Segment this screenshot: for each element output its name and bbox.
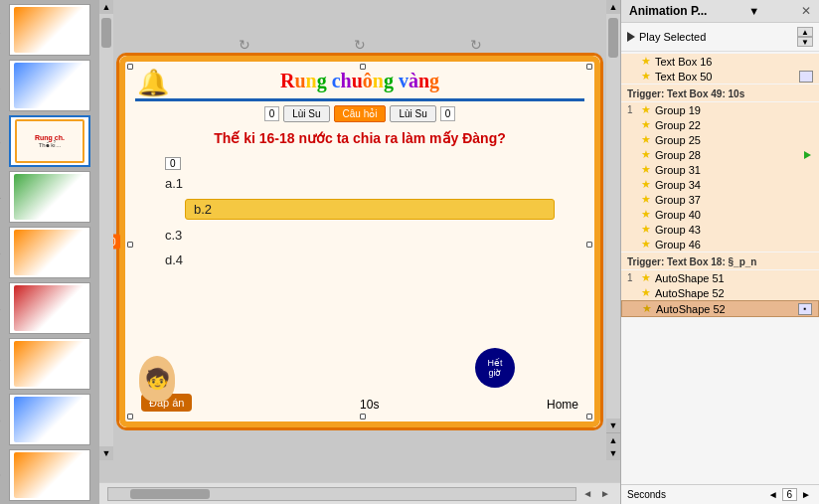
footer-nav: ◄ 6 ► [766, 488, 813, 501]
answer-area: 0 a.1 b.2 c.3 d.4 [125, 152, 594, 273]
star-icon-1: ★ [641, 55, 651, 68]
corner-arrow-right[interactable]: ► [598, 488, 612, 499]
animation-panel: Animation P... ▼ ✕ Play Selected ▲ ▼ ★ T… [620, 0, 819, 504]
slide-thumb-8[interactable] [9, 394, 90, 445]
anim-item-as52a[interactable]: ★ AutoShape 52 [621, 285, 819, 300]
slide-thumb-2[interactable] [9, 60, 90, 111]
anim-nav-down[interactable]: ▼ [797, 37, 813, 47]
slide-title: Rung chuông vàng [125, 62, 594, 96]
anim-panel-title: Animation P... [629, 4, 707, 18]
slide-panel: 1 2 3 Rung ch. Thế kỉ... 4 5 6 [0, 0, 99, 504]
anim-scroll-down[interactable]: ▼ [606, 446, 620, 460]
anim-label-as51: AutoShape 51 [655, 272, 813, 284]
anim-label-group37: Group 37 [655, 194, 813, 206]
star-icon-g43: ★ [641, 223, 651, 236]
canvas-area: ▲ ▼ 🔔 Rung chuông vàng [99, 0, 620, 482]
h-scroll-thumb[interactable] [130, 489, 210, 499]
anim-item-group19[interactable]: 1 ★ Group 19 [621, 102, 819, 117]
v-scrollbar-left[interactable]: ▲ ▼ [99, 0, 113, 460]
timer-text: 10s [360, 398, 379, 412]
slide-blue-line [135, 98, 584, 101]
main-area: ▲ ▼ 🔔 Rung chuông vàng [99, 0, 620, 504]
anim-item-group34[interactable]: ★ Group 34 [621, 177, 819, 192]
anim-label-group43: Group 43 [655, 224, 813, 236]
footer-nav-left[interactable]: ◄ [766, 489, 780, 500]
anim-item-group31[interactable]: ★ Group 31 [621, 162, 819, 177]
slide-thumb-6[interactable] [9, 282, 90, 334]
scroll-down-btn-r[interactable]: ▼ [606, 419, 620, 432]
anim-label-group46: Group 46 [655, 239, 813, 251]
slide-num-2: 2 [0, 81, 1, 91]
answer-d[interactable]: d.4 [165, 251, 555, 269]
slide-num-9: 9 [0, 470, 1, 481]
anim-list: ★ Text Box 16 ★ Text Box 50 Trigger: Tex… [621, 52, 819, 484]
slide-thumb-7[interactable] [9, 338, 90, 390]
scroll-up-btn-r[interactable]: ▲ [606, 0, 620, 14]
anim-nav-arrows: ▲ ▼ [797, 27, 813, 47]
nav-center-btn[interactable]: Câu hỏi [334, 105, 387, 122]
het-gio-badge: Hếtgiờ [475, 348, 515, 388]
h-scrollbar[interactable] [107, 487, 576, 501]
slide-num-6: 6 [0, 303, 1, 314]
answer-num-badge: 0 [165, 157, 181, 170]
anim-item-group25[interactable]: ★ Group 25 [621, 132, 819, 147]
slide-nav-bar: 0 Lùi Su Câu hỏi Lùi Su 0 [125, 103, 594, 124]
anim-item-group46[interactable]: ★ Group 46 [621, 237, 819, 252]
slide-thumb-3[interactable]: Rung ch. Thế kỉ... [9, 115, 90, 167]
anim-item-as52b[interactable]: ★ AutoShape 52 ▪ [621, 300, 819, 317]
footer-nav-right[interactable]: ► [799, 489, 813, 500]
anim-label-as52a: AutoShape 52 [655, 287, 813, 299]
nav-left-btn[interactable]: Lùi Su [283, 105, 329, 122]
anim-toolbar: Play Selected ▲ ▼ [621, 23, 819, 52]
rotate-handle-top[interactable]: ↻ [354, 37, 366, 53]
answer-a[interactable]: a.1 [165, 174, 555, 193]
slide-canvas[interactable]: 🔔 Rung chuông vàng 0 Lùi Su Câu hỏi [116, 53, 603, 430]
slide-bottom-row: Đáp án 10s Hếtgiờ Home [125, 394, 594, 412]
anim-item-group37[interactable]: ★ Group 37 [621, 192, 819, 207]
rotate-handle-tl[interactable]: ↻ [239, 37, 250, 53]
nav-right-btn[interactable]: Lùi Su [390, 105, 435, 122]
rotate-handle-tr[interactable]: ↻ [470, 37, 482, 53]
slide-thumb-4[interactable] [9, 171, 90, 223]
star-icon-g31: ★ [641, 163, 651, 176]
anim-item-group43[interactable]: ★ Group 43 [621, 222, 819, 237]
anim-item-textbox50[interactable]: ★ Text Box 50 [621, 69, 819, 84]
anim-nav-up[interactable]: ▲ [797, 27, 813, 37]
nav-left-num: 0 [264, 106, 280, 121]
anim-close-btn[interactable]: ✕ [801, 4, 811, 18]
slide-num-8: 8 [0, 415, 1, 425]
v-scrollbar-right[interactable]: ▲ ▼ ▲ ▼ [606, 0, 620, 460]
anim-item-as51[interactable]: 1 ★ AutoShape 51 [621, 270, 819, 285]
play-selected-btn[interactable]: Play Selected [627, 31, 706, 43]
answer-b[interactable]: b.2 [185, 199, 555, 220]
slide-thumb-1[interactable] [9, 4, 90, 56]
handle-bm [360, 414, 366, 420]
anim-play-btn-g28[interactable] [801, 149, 813, 161]
home-text[interactable]: Home [547, 398, 578, 412]
anim-item-textbox16[interactable]: ★ Text Box 16 [621, 54, 819, 69]
scroll-down-btn[interactable]: ▼ [99, 446, 113, 460]
corner-arrow-left[interactable]: ◄ [580, 488, 594, 499]
star-icon-as52b: ★ [642, 302, 652, 315]
star-icon-g25: ★ [641, 133, 651, 146]
v-scroll-thumb[interactable] [101, 18, 111, 48]
anim-item-group22[interactable]: ★ Group 22 [621, 117, 819, 132]
anim-item-group28[interactable]: ★ Group 28 [621, 147, 819, 162]
slide-thumb-5[interactable] [9, 227, 90, 278]
trigger-label-2: Trigger: Text Box 18: §_p_n [627, 256, 813, 267]
anim-label-group25: Group 25 [655, 134, 813, 146]
seconds-value: 6 [782, 488, 798, 501]
slide-thumb-9[interactable] [9, 449, 90, 501]
trigger-section-1: Trigger: Text Box 49: 10s [621, 84, 819, 101]
slide-wrapper: 🔔 Rung chuông vàng 0 Lùi Su Câu hỏi [116, 53, 603, 430]
v-scroll-thumb-r[interactable] [608, 18, 618, 58]
trigger-label-1: Trigger: Text Box 49: 10s [627, 88, 813, 99]
anim-scroll-up[interactable]: ▲ [606, 432, 620, 446]
bottom-bar: ◄ ► [99, 482, 620, 504]
answer-c[interactable]: c.3 [165, 226, 555, 245]
anim-menu-icon[interactable]: ▼ [748, 5, 759, 17]
scroll-up-btn[interactable]: ▲ [99, 0, 113, 14]
anim-label-group19: Group 19 [655, 104, 813, 116]
star-icon-g28: ★ [641, 148, 651, 161]
anim-item-group40[interactable]: ★ Group 40 [621, 207, 819, 222]
